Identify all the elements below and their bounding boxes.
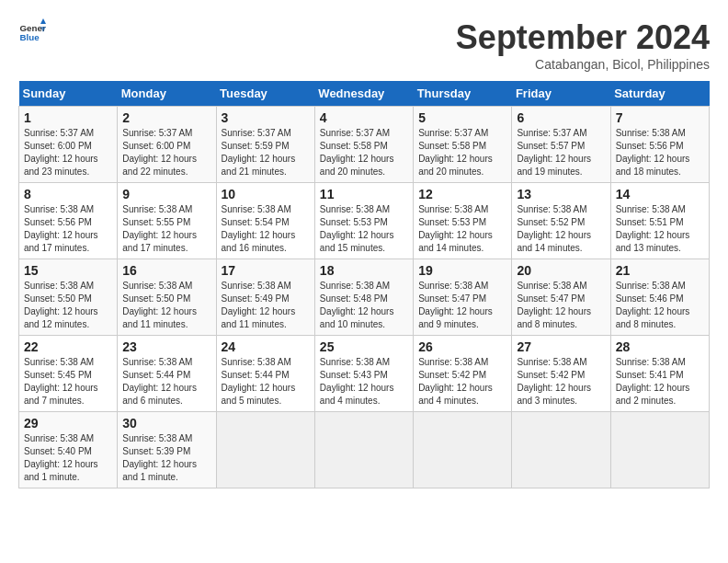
calendar-cell: 3Sunrise: 5:37 AM Sunset: 5:59 PM Daylig… — [216, 107, 314, 183]
svg-text:Blue: Blue — [20, 32, 40, 42]
day-number: 2 — [122, 110, 210, 125]
calendar-cell: 23Sunrise: 5:38 AM Sunset: 5:44 PM Dayli… — [118, 336, 216, 412]
calendar-cell: 11Sunrise: 5:38 AM Sunset: 5:53 PM Dayli… — [314, 183, 413, 259]
calendar-cell: 28Sunrise: 5:38 AM Sunset: 5:41 PM Dayli… — [610, 336, 709, 412]
calendar-cell: 15Sunrise: 5:38 AM Sunset: 5:50 PM Dayli… — [19, 259, 118, 336]
weekday-header-saturday: Saturday — [610, 81, 709, 107]
calendar-cell — [216, 412, 314, 488]
day-number: 27 — [517, 339, 605, 354]
day-number: 8 — [24, 187, 112, 201]
weekday-header-thursday: Thursday — [414, 81, 512, 107]
weekday-header-tuesday: Tuesday — [216, 81, 314, 107]
day-info: Sunrise: 5:38 AM Sunset: 5:47 PM Dayligh… — [418, 280, 506, 331]
day-info: Sunrise: 5:37 AM Sunset: 6:00 PM Dayligh… — [122, 127, 210, 178]
day-number: 30 — [122, 416, 210, 431]
calendar-cell — [414, 412, 512, 488]
day-number: 4 — [320, 110, 408, 125]
calendar-cell: 10Sunrise: 5:38 AM Sunset: 5:54 PM Dayli… — [216, 183, 314, 259]
calendar-week-3: 15Sunrise: 5:38 AM Sunset: 5:50 PM Dayli… — [19, 259, 710, 336]
calendar-cell: 17Sunrise: 5:38 AM Sunset: 5:49 PM Dayli… — [216, 259, 314, 336]
calendar-cell — [512, 412, 610, 488]
svg-marker-2 — [40, 18, 46, 24]
day-info: Sunrise: 5:37 AM Sunset: 5:59 PM Dayligh… — [222, 127, 310, 178]
day-number: 13 — [517, 187, 605, 201]
header: General Blue September 2024 Catabangan, … — [18, 18, 710, 72]
day-number: 3 — [222, 110, 310, 125]
calendar-cell: 8Sunrise: 5:38 AM Sunset: 5:56 PM Daylig… — [19, 183, 118, 259]
day-number: 23 — [122, 339, 210, 354]
calendar-cell: 6Sunrise: 5:37 AM Sunset: 5:57 PM Daylig… — [512, 107, 610, 183]
day-number: 24 — [222, 339, 310, 354]
day-info: Sunrise: 5:37 AM Sunset: 5:57 PM Dayligh… — [517, 127, 605, 178]
calendar-cell: 27Sunrise: 5:38 AM Sunset: 5:42 PM Dayli… — [512, 336, 610, 412]
calendar-week-4: 22Sunrise: 5:38 AM Sunset: 5:45 PM Dayli… — [19, 336, 710, 412]
day-number: 20 — [517, 263, 605, 278]
day-info: Sunrise: 5:38 AM Sunset: 5:41 PM Dayligh… — [616, 356, 704, 408]
day-number: 26 — [418, 339, 506, 354]
day-info: Sunrise: 5:38 AM Sunset: 5:50 PM Dayligh… — [122, 280, 210, 331]
day-info: Sunrise: 5:38 AM Sunset: 5:43 PM Dayligh… — [320, 356, 408, 408]
calendar-cell: 16Sunrise: 5:38 AM Sunset: 5:50 PM Dayli… — [118, 259, 216, 336]
day-number: 14 — [616, 187, 704, 201]
day-info: Sunrise: 5:38 AM Sunset: 5:53 PM Dayligh… — [418, 203, 506, 255]
day-info: Sunrise: 5:38 AM Sunset: 5:49 PM Dayligh… — [222, 280, 310, 331]
day-info: Sunrise: 5:38 AM Sunset: 5:56 PM Dayligh… — [616, 127, 704, 178]
calendar-cell: 9Sunrise: 5:38 AM Sunset: 5:55 PM Daylig… — [118, 183, 216, 259]
day-number: 17 — [222, 263, 310, 278]
day-number: 28 — [616, 339, 704, 354]
day-number: 6 — [517, 110, 605, 125]
day-number: 5 — [418, 110, 506, 125]
calendar-header: SundayMondayTuesdayWednesdayThursdayFrid… — [19, 81, 710, 107]
calendar-body: 1Sunrise: 5:37 AM Sunset: 6:00 PM Daylig… — [19, 107, 710, 488]
calendar-cell: 12Sunrise: 5:38 AM Sunset: 5:53 PM Dayli… — [414, 183, 512, 259]
calendar-cell: 7Sunrise: 5:38 AM Sunset: 5:56 PM Daylig… — [610, 107, 709, 183]
day-info: Sunrise: 5:37 AM Sunset: 6:00 PM Dayligh… — [24, 127, 112, 178]
day-info: Sunrise: 5:38 AM Sunset: 5:44 PM Dayligh… — [222, 356, 310, 408]
title-section: September 2024 Catabangan, Bicol, Philip… — [456, 18, 710, 72]
calendar-cell: 4Sunrise: 5:37 AM Sunset: 5:58 PM Daylig… — [314, 107, 413, 183]
day-info: Sunrise: 5:37 AM Sunset: 5:58 PM Dayligh… — [418, 127, 506, 178]
calendar-cell: 14Sunrise: 5:38 AM Sunset: 5:51 PM Dayli… — [610, 183, 709, 259]
day-info: Sunrise: 5:38 AM Sunset: 5:56 PM Dayligh… — [24, 203, 112, 255]
calendar-cell: 30Sunrise: 5:38 AM Sunset: 5:39 PM Dayli… — [118, 412, 216, 488]
calendar-cell — [610, 412, 709, 488]
weekday-header-sunday: Sunday — [19, 81, 118, 107]
day-number: 1 — [24, 110, 112, 125]
calendar-week-2: 8Sunrise: 5:38 AM Sunset: 5:56 PM Daylig… — [19, 183, 710, 259]
month-year-title: September 2024 — [456, 18, 710, 57]
calendar-cell: 5Sunrise: 5:37 AM Sunset: 5:58 PM Daylig… — [414, 107, 512, 183]
calendar-table: SundayMondayTuesdayWednesdayThursdayFrid… — [18, 81, 710, 488]
day-info: Sunrise: 5:38 AM Sunset: 5:42 PM Dayligh… — [517, 356, 605, 408]
day-number: 9 — [122, 187, 210, 201]
calendar-cell: 20Sunrise: 5:38 AM Sunset: 5:47 PM Dayli… — [512, 259, 610, 336]
day-info: Sunrise: 5:38 AM Sunset: 5:42 PM Dayligh… — [418, 356, 506, 408]
day-info: Sunrise: 5:38 AM Sunset: 5:51 PM Dayligh… — [616, 203, 704, 255]
calendar-cell: 24Sunrise: 5:38 AM Sunset: 5:44 PM Dayli… — [216, 336, 314, 412]
day-info: Sunrise: 5:38 AM Sunset: 5:48 PM Dayligh… — [320, 280, 408, 331]
location-subtitle: Catabangan, Bicol, Philippines — [456, 57, 710, 72]
calendar-cell: 13Sunrise: 5:38 AM Sunset: 5:52 PM Dayli… — [512, 183, 610, 259]
day-number: 18 — [320, 263, 408, 278]
calendar-week-1: 1Sunrise: 5:37 AM Sunset: 6:00 PM Daylig… — [19, 107, 710, 183]
day-number: 25 — [320, 339, 408, 354]
weekday-header-friday: Friday — [512, 81, 610, 107]
day-number: 15 — [24, 263, 112, 278]
day-number: 12 — [418, 187, 506, 201]
weekday-header-wednesday: Wednesday — [314, 81, 413, 107]
day-info: Sunrise: 5:38 AM Sunset: 5:50 PM Dayligh… — [24, 280, 112, 331]
logo-icon: General Blue — [18, 18, 46, 46]
day-number: 11 — [320, 187, 408, 201]
calendar-cell: 25Sunrise: 5:38 AM Sunset: 5:43 PM Dayli… — [314, 336, 413, 412]
calendar-cell: 2Sunrise: 5:37 AM Sunset: 6:00 PM Daylig… — [118, 107, 216, 183]
day-info: Sunrise: 5:38 AM Sunset: 5:45 PM Dayligh… — [24, 356, 112, 408]
day-number: 22 — [24, 339, 112, 354]
day-info: Sunrise: 5:38 AM Sunset: 5:39 PM Dayligh… — [122, 432, 210, 484]
calendar-week-5: 29Sunrise: 5:38 AM Sunset: 5:40 PM Dayli… — [19, 412, 710, 488]
calendar-cell — [314, 412, 413, 488]
day-info: Sunrise: 5:38 AM Sunset: 5:53 PM Dayligh… — [320, 203, 408, 255]
weekday-header-row: SundayMondayTuesdayWednesdayThursdayFrid… — [19, 81, 710, 107]
day-info: Sunrise: 5:37 AM Sunset: 5:58 PM Dayligh… — [320, 127, 408, 178]
weekday-header-monday: Monday — [118, 81, 216, 107]
calendar-cell: 18Sunrise: 5:38 AM Sunset: 5:48 PM Dayli… — [314, 259, 413, 336]
day-info: Sunrise: 5:38 AM Sunset: 5:52 PM Dayligh… — [517, 203, 605, 255]
